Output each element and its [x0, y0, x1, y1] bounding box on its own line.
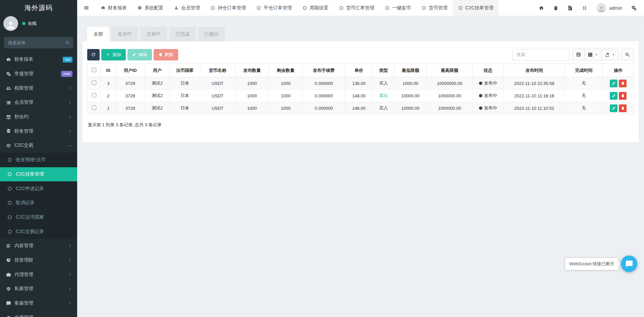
sidebar-item[interactable]: 秒合约 [0, 110, 77, 124]
sidebar-item-label: 内容管理 [14, 243, 68, 249]
sidebar-item[interactable]: C2C交易记录 [0, 224, 77, 239]
sidebar-item[interactable]: 投资理财 [0, 253, 77, 268]
top-tab[interactable]: 系统配置 [132, 0, 169, 16]
sidebar-item[interactable]: 收支明细-法币 [0, 153, 77, 167]
columns-grid-icon [588, 52, 593, 57]
hamburger-icon[interactable] [77, 0, 96, 16]
top-tab[interactable]: 周期设置 [297, 0, 334, 16]
sidebar-item[interactable]: 常规管理new [0, 67, 77, 81]
row-edit-button[interactable] [610, 104, 618, 112]
filter-tab[interactable]: 已完成 [169, 27, 196, 41]
row-select-cell [88, 77, 101, 90]
calendar-icon [6, 115, 14, 120]
sidebar-item[interactable]: 私募管理 [0, 282, 77, 296]
actions-cell [603, 90, 634, 102]
row-delete-button[interactable] [619, 92, 627, 100]
sidebar-item[interactable]: 权限管理 [0, 81, 77, 95]
top-tab[interactable]: 一键发币 [380, 0, 416, 16]
top-tab[interactable]: 货币汇率管理 [334, 0, 380, 16]
columns-dropdown-button[interactable] [585, 49, 602, 60]
pagination-toggle-button[interactable] [572, 49, 585, 60]
sidebar-item-label: 投资理财 [14, 257, 68, 263]
fullscreen-icon[interactable] [582, 5, 587, 11]
sidebar-item[interactable]: 内容管理 [0, 239, 77, 253]
column-header: 发布数量 [235, 64, 269, 77]
circle-icon [7, 186, 16, 191]
export-dropdown-button[interactable] [602, 49, 619, 60]
table-search-input[interactable] [513, 49, 570, 60]
chat-fab-button[interactable] [621, 256, 637, 272]
row-checkbox[interactable] [92, 81, 96, 85]
settings-gears-icon[interactable] [631, 5, 637, 11]
topbar: 财务报表系统配置会员管理持仓订单管理平仓订单管理周期设置货币汇率管理一键发币货币… [77, 0, 644, 16]
top-tab[interactable]: 会员管理 [169, 0, 205, 16]
add-button[interactable]: 添加 [101, 49, 126, 60]
row-delete-button[interactable] [619, 80, 627, 87]
user-menu[interactable]: admin [596, 3, 622, 13]
top-tab[interactable]: 平仓订单管理 [251, 0, 297, 16]
toolbar-right [513, 49, 634, 60]
home-icon[interactable] [539, 5, 544, 11]
table-header-row: ID用户ID用户法币国家货币名称发布数量剩余数量发布手续费单价类型最低限额最高限… [88, 64, 634, 77]
sidebar-item[interactable]: 交易管理 [0, 310, 77, 317]
sidebar-item[interactable]: 会员管理 [0, 95, 77, 110]
align-icon [6, 243, 14, 248]
caret-down-icon [594, 53, 598, 57]
table-cell: 无 [565, 102, 603, 115]
filter-tab[interactable]: 已撤回 [198, 27, 225, 41]
main-column: 财务报表系统配置会员管理持仓订单管理平仓订单管理周期设置货币汇率管理一键发币货币… [77, 0, 644, 317]
circle-icon [7, 229, 16, 234]
sidebar-item-label: 取消记录 [16, 200, 72, 206]
filter-tab[interactable]: 发布中 [111, 27, 138, 41]
trash-icon [621, 106, 625, 110]
menu-search-input[interactable] [4, 37, 73, 48]
top-tab[interactable]: 持仓订单管理 [205, 0, 251, 16]
sidebar-item[interactable]: 财务管理 [0, 124, 77, 138]
top-tab-label: 平仓订单管理 [264, 5, 292, 11]
chevron-left-icon [68, 315, 72, 317]
edit-button[interactable]: 编辑 [127, 49, 152, 60]
sidebar-item[interactable]: 客服管理 [0, 296, 77, 311]
table-summary: 显示第 1 到第 3 条记录, 总共 3 条记录 [87, 122, 634, 128]
circle-icon [7, 215, 16, 220]
table-cell: 1000 [269, 77, 303, 90]
filter-tab[interactable]: 全部 [87, 27, 109, 41]
user-icon [174, 6, 178, 10]
sidebar-item-label: 会员管理 [14, 99, 68, 105]
chevron-left-icon [68, 258, 72, 262]
row-checkbox[interactable] [92, 105, 96, 110]
sidebar-item[interactable]: 财务报表hot [0, 52, 77, 67]
list-icon [6, 100, 14, 105]
orders-table: ID用户ID用户法币国家货币名称发布数量剩余数量发布手续费单价类型最低限额最高限… [87, 63, 634, 115]
top-tab[interactable]: C2C挂单管理 [453, 0, 499, 16]
row-checkbox[interactable] [92, 93, 96, 97]
sidebar-item[interactable]: 代理管理 [0, 267, 77, 282]
table-search-button[interactable] [621, 49, 634, 60]
filter-tab[interactable]: 交易中 [140, 27, 167, 41]
sidebar-item[interactable]: 取消记录 [0, 196, 77, 210]
clear-cache-icon[interactable] [568, 5, 573, 11]
row-delete-button[interactable] [619, 104, 627, 112]
row-edit-button[interactable] [610, 92, 618, 100]
sidebar-item[interactable]: C2C挂单管理 [0, 167, 77, 182]
sidebar-item[interactable]: C2C交易 [0, 138, 77, 153]
brand-title: 海外源码 [0, 0, 77, 15]
select-all-checkbox[interactable] [92, 68, 96, 72]
row-select-cell [88, 102, 101, 115]
sidebar-item[interactable]: C2C法币国家 [0, 210, 77, 225]
column-header: 法币国家 [170, 64, 200, 77]
refresh-button[interactable] [87, 49, 100, 60]
chevron-left-icon [68, 272, 72, 277]
delete-button[interactable]: 删除 [154, 49, 178, 60]
row-edit-button[interactable] [610, 80, 618, 87]
column-header: 发布时间 [503, 64, 565, 77]
hot-badge: hot [63, 57, 72, 62]
top-tab-label: 持仓订单管理 [218, 5, 246, 11]
search-icon[interactable] [65, 40, 70, 45]
trash-icon[interactable] [553, 5, 558, 11]
pencil-icon [612, 81, 616, 85]
top-tab[interactable]: 财务报表 [96, 0, 132, 16]
top-tab[interactable]: 货币管理 [416, 0, 453, 16]
search-icon [625, 52, 630, 57]
sidebar-item[interactable]: C2C申述记录 [0, 181, 77, 196]
